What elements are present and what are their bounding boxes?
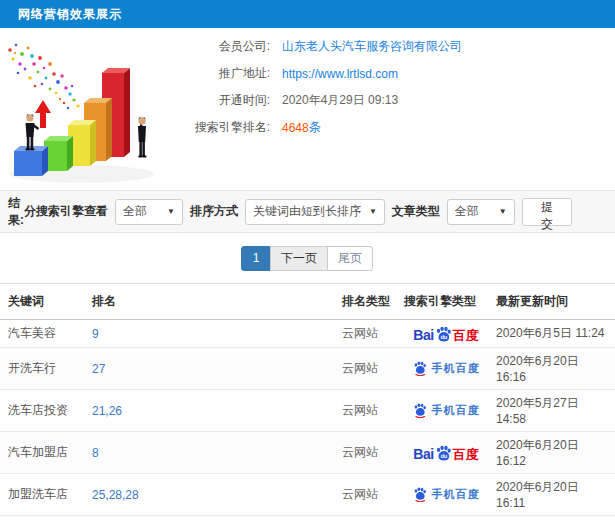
header-updated: 最新更新时间: [492, 284, 615, 320]
updated-cell: 2020年6月20日 16:12: [492, 432, 615, 474]
promo-url-link[interactable]: https://www.lrtlsd.com: [282, 67, 398, 81]
page-1-button[interactable]: 1: [241, 246, 271, 271]
info-section: 会员公司: 山东老人头汽车服务咨询有限公司 推广地址: https://www.…: [0, 28, 615, 190]
promo-url-label: 推广地址:: [180, 65, 270, 82]
rank-cell: 9: [88, 320, 338, 348]
page-title: 网络营销效果展示: [18, 6, 122, 23]
sort-select[interactable]: 关键词由短到长排序 ▼: [245, 199, 385, 225]
submit-button[interactable]: 提交: [522, 198, 572, 226]
header-rank-type: 排名类型: [338, 284, 400, 320]
chevron-down-icon: ▼: [369, 207, 377, 216]
baidu-logo: Bai du 百度: [413, 445, 478, 461]
table-body: 汽车美容 9 云网站 Bai du 百度 2020年6月5日 11:24 开洗车…: [0, 320, 615, 520]
rank-link[interactable]: 27: [92, 362, 105, 376]
rank-type-cell: 云网站: [338, 474, 400, 516]
article-type-select[interactable]: 全部 ▼: [447, 199, 515, 225]
table-header-row: 关键词 排名 排名类型 搜索引擎类型 最新更新时间: [0, 284, 615, 320]
marketing-results-page: 网络营销效果展示: [0, 0, 615, 520]
company-link[interactable]: 山东老人头汽车服务咨询有限公司: [282, 38, 462, 55]
table-row: 加盟洗车店 25,28,28 云网站 手机百度 2020年6月20日 16:11: [0, 474, 615, 516]
rank-type-cell: 云网站: [338, 516, 400, 520]
table-row: 开洗车行 27 云网站 手机百度 2020年6月20日 16:16: [0, 348, 615, 390]
updated-cell: 2020年6月5日 11:24: [492, 320, 615, 348]
engine-filter-label: 分搜索引擎查看: [24, 203, 108, 220]
engine-cell: 手机百度: [400, 474, 492, 516]
rank-count-label: 搜索引擎排名:: [180, 119, 270, 136]
mobile-baidu-logo: 手机百度: [413, 403, 480, 418]
engine-cell: 手机百度: [400, 390, 492, 432]
mobile-baidu-icon: [413, 361, 427, 376]
mobile-baidu-logo: 手机百度: [413, 361, 480, 376]
svg-text:du: du: [440, 334, 447, 340]
rank-link[interactable]: 25,28,28: [92, 488, 139, 502]
engine-cell: Bai du 百度: [400, 432, 492, 474]
rank-cell: 30: [88, 516, 338, 520]
sort-value: 关键词由短到长排序: [253, 203, 361, 220]
chevron-down-icon: ▼: [499, 207, 507, 216]
result-label: 结果:: [8, 195, 24, 229]
keyword-cell: 洗车赚钱吗: [0, 516, 88, 520]
info-row-url: 推广地址: https://www.lrtlsd.com: [180, 60, 462, 87]
chevron-down-icon: ▼: [167, 207, 175, 216]
table-row: 洗车店投资 21,26 云网站 手机百度 2020年5月27日 14:58: [0, 390, 615, 432]
updated-cell: 2020年6月20日 16:11: [492, 474, 615, 516]
rank-count-number: 4648: [282, 121, 309, 135]
bar-green: [44, 136, 73, 171]
rank-link[interactable]: 9: [92, 327, 99, 341]
rank-cell: 8: [88, 432, 338, 474]
rank-type-cell: 云网站: [338, 390, 400, 432]
filter-bar: 结果: 分搜索引擎查看 全部 ▼ 排序方式 关键词由短到长排序 ▼ 文章类型 全…: [0, 190, 615, 233]
keyword-cell: 汽车美容: [0, 320, 88, 348]
keyword-cell: 汽车加盟店: [0, 432, 88, 474]
table-row: 汽车加盟店 8 云网站 Bai du 百度 2020年6月20日 16:12: [0, 432, 615, 474]
rank-count-unit: 条: [309, 119, 321, 136]
bar-blue: [14, 146, 48, 176]
updated-cell: 2020年5月27日 14:58: [492, 390, 615, 432]
baidu-paw-icon: du: [435, 445, 452, 462]
rank-table: 关键词 排名 排名类型 搜索引擎类型 最新更新时间 汽车美容 9 云网站 Bai…: [0, 283, 615, 520]
engine-filter-select[interactable]: 全部 ▼: [115, 199, 183, 225]
open-time-value: 2020年4月29日 09:13: [282, 92, 398, 109]
article-type-label: 文章类型: [392, 203, 440, 220]
baidu-logo: Bai du 百度: [413, 326, 478, 342]
rank-cell: 27: [88, 348, 338, 390]
engine-filter-value: 全部: [123, 203, 147, 220]
mobile-baidu-logo: 手机百度: [413, 487, 480, 502]
rank-type-cell: 云网站: [338, 320, 400, 348]
rank-cell: 21,26: [88, 390, 338, 432]
next-page-button[interactable]: 下一页: [270, 246, 328, 271]
rank-type-cell: 云网站: [338, 348, 400, 390]
last-page-button[interactable]: 尾页: [327, 246, 373, 271]
baidu-paw-icon: du: [435, 326, 452, 343]
businessman-right: [138, 117, 146, 157]
sort-label: 排序方式: [190, 203, 238, 220]
up-arrow: [35, 100, 51, 128]
info-row-company: 会员公司: 山东老人头汽车服务咨询有限公司: [180, 33, 462, 60]
bar-chart-image: [0, 28, 180, 188]
svg-text:du: du: [440, 453, 447, 459]
engine-cell: 手机百度: [400, 516, 492, 520]
filter-group: 分搜索引擎查看 全部 ▼ 排序方式 关键词由短到长排序 ▼ 文章类型 全部 ▼ …: [24, 198, 615, 226]
confetti-dots: [8, 44, 79, 110]
keyword-cell: 开洗车行: [0, 348, 88, 390]
info-row-open-time: 开通时间: 2020年4月29日 09:13: [180, 87, 462, 114]
rank-type-cell: 云网站: [338, 432, 400, 474]
engine-cell: Bai du 百度: [400, 320, 492, 348]
pagination: 1 下一页 尾页: [0, 233, 615, 283]
updated-cell: 2020年6月20日 16:16: [492, 348, 615, 390]
businessman-left: [26, 114, 39, 150]
mobile-baidu-icon: [413, 487, 427, 502]
rank-cell: 25,28,28: [88, 474, 338, 516]
keyword-cell: 洗车店投资: [0, 390, 88, 432]
table-row: 汽车美容 9 云网站 Bai du 百度 2020年6月5日 11:24: [0, 320, 615, 348]
keyword-cell: 加盟洗车店: [0, 474, 88, 516]
header-rank: 排名: [88, 284, 338, 320]
header-engine-type: 搜索引擎类型: [400, 284, 492, 320]
rank-link[interactable]: 21,26: [92, 404, 122, 418]
rank-link[interactable]: 8: [92, 446, 99, 460]
bar-chart-illustration: [0, 28, 180, 188]
article-type-value: 全部: [455, 203, 479, 220]
company-label: 会员公司:: [180, 38, 270, 55]
page-header: 网络营销效果展示: [0, 0, 615, 28]
company-info-list: 会员公司: 山东老人头汽车服务咨询有限公司 推广地址: https://www.…: [180, 28, 462, 190]
